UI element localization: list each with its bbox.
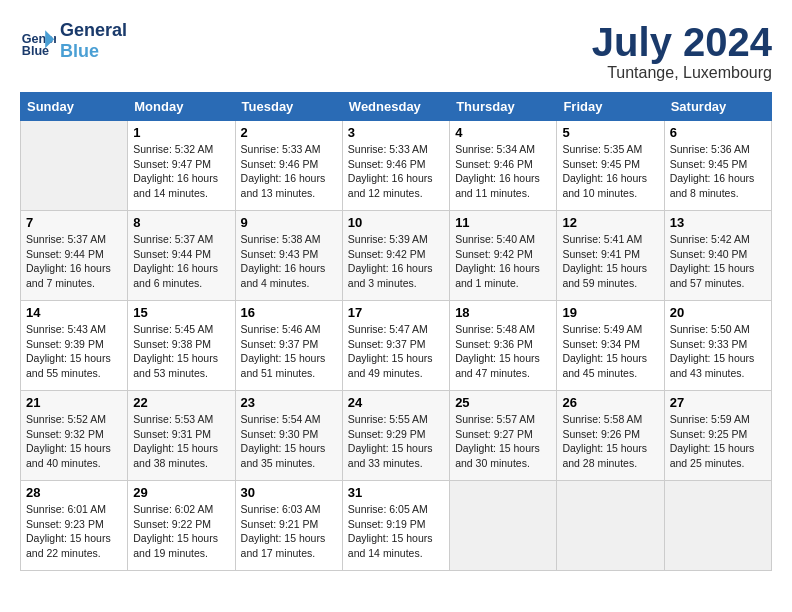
calendar-cell: 9Sunrise: 5:38 AM Sunset: 9:43 PM Daylig… (235, 211, 342, 301)
calendar-cell: 13Sunrise: 5:42 AM Sunset: 9:40 PM Dayli… (664, 211, 771, 301)
day-number: 30 (241, 485, 337, 500)
calendar-cell: 30Sunrise: 6:03 AM Sunset: 9:21 PM Dayli… (235, 481, 342, 571)
column-header-wednesday: Wednesday (342, 93, 449, 121)
calendar-cell: 14Sunrise: 5:43 AM Sunset: 9:39 PM Dayli… (21, 301, 128, 391)
day-number: 3 (348, 125, 444, 140)
day-info: Sunrise: 6:01 AM Sunset: 9:23 PM Dayligh… (26, 502, 122, 561)
month-title: July 2024 (592, 20, 772, 64)
day-info: Sunrise: 6:03 AM Sunset: 9:21 PM Dayligh… (241, 502, 337, 561)
calendar-table: SundayMondayTuesdayWednesdayThursdayFrid… (20, 92, 772, 571)
calendar-cell: 26Sunrise: 5:58 AM Sunset: 9:26 PM Dayli… (557, 391, 664, 481)
day-number: 2 (241, 125, 337, 140)
calendar-cell: 23Sunrise: 5:54 AM Sunset: 9:30 PM Dayli… (235, 391, 342, 481)
column-header-monday: Monday (128, 93, 235, 121)
day-number: 29 (133, 485, 229, 500)
day-info: Sunrise: 5:32 AM Sunset: 9:47 PM Dayligh… (133, 142, 229, 201)
day-number: 10 (348, 215, 444, 230)
calendar-cell: 31Sunrise: 6:05 AM Sunset: 9:19 PM Dayli… (342, 481, 449, 571)
calendar-cell: 8Sunrise: 5:37 AM Sunset: 9:44 PM Daylig… (128, 211, 235, 301)
calendar-cell: 7Sunrise: 5:37 AM Sunset: 9:44 PM Daylig… (21, 211, 128, 301)
day-info: Sunrise: 5:36 AM Sunset: 9:45 PM Dayligh… (670, 142, 766, 201)
day-number: 13 (670, 215, 766, 230)
day-info: Sunrise: 5:37 AM Sunset: 9:44 PM Dayligh… (26, 232, 122, 291)
day-number: 12 (562, 215, 658, 230)
day-number: 21 (26, 395, 122, 410)
calendar-cell: 1Sunrise: 5:32 AM Sunset: 9:47 PM Daylig… (128, 121, 235, 211)
day-number: 1 (133, 125, 229, 140)
day-number: 5 (562, 125, 658, 140)
day-number: 15 (133, 305, 229, 320)
day-number: 27 (670, 395, 766, 410)
logo-icon: General Blue (20, 23, 56, 59)
calendar-cell: 21Sunrise: 5:52 AM Sunset: 9:32 PM Dayli… (21, 391, 128, 481)
day-info: Sunrise: 6:05 AM Sunset: 9:19 PM Dayligh… (348, 502, 444, 561)
day-number: 28 (26, 485, 122, 500)
day-number: 18 (455, 305, 551, 320)
day-info: Sunrise: 5:49 AM Sunset: 9:34 PM Dayligh… (562, 322, 658, 381)
calendar-body: 1Sunrise: 5:32 AM Sunset: 9:47 PM Daylig… (21, 121, 772, 571)
week-row-3: 14Sunrise: 5:43 AM Sunset: 9:39 PM Dayli… (21, 301, 772, 391)
page-header: General Blue General Blue July 2024 Tunt… (20, 20, 772, 82)
svg-text:Blue: Blue (22, 44, 49, 58)
day-number: 22 (133, 395, 229, 410)
day-number: 17 (348, 305, 444, 320)
calendar-cell: 24Sunrise: 5:55 AM Sunset: 9:29 PM Dayli… (342, 391, 449, 481)
week-row-4: 21Sunrise: 5:52 AM Sunset: 9:32 PM Dayli… (21, 391, 772, 481)
calendar-cell: 28Sunrise: 6:01 AM Sunset: 9:23 PM Dayli… (21, 481, 128, 571)
calendar-cell: 2Sunrise: 5:33 AM Sunset: 9:46 PM Daylig… (235, 121, 342, 211)
day-info: Sunrise: 5:38 AM Sunset: 9:43 PM Dayligh… (241, 232, 337, 291)
week-row-1: 1Sunrise: 5:32 AM Sunset: 9:47 PM Daylig… (21, 121, 772, 211)
calendar-cell: 4Sunrise: 5:34 AM Sunset: 9:46 PM Daylig… (450, 121, 557, 211)
day-info: Sunrise: 5:55 AM Sunset: 9:29 PM Dayligh… (348, 412, 444, 471)
day-info: Sunrise: 5:33 AM Sunset: 9:46 PM Dayligh… (348, 142, 444, 201)
column-header-thursday: Thursday (450, 93, 557, 121)
logo: General Blue General Blue (20, 20, 127, 62)
day-info: Sunrise: 5:37 AM Sunset: 9:44 PM Dayligh… (133, 232, 229, 291)
day-number: 24 (348, 395, 444, 410)
logo-text: General Blue (60, 20, 127, 62)
day-number: 14 (26, 305, 122, 320)
day-info: Sunrise: 5:57 AM Sunset: 9:27 PM Dayligh… (455, 412, 551, 471)
day-info: Sunrise: 6:02 AM Sunset: 9:22 PM Dayligh… (133, 502, 229, 561)
location-label: Tuntange, Luxembourg (592, 64, 772, 82)
day-number: 11 (455, 215, 551, 230)
day-number: 7 (26, 215, 122, 230)
calendar-cell: 6Sunrise: 5:36 AM Sunset: 9:45 PM Daylig… (664, 121, 771, 211)
day-info: Sunrise: 5:48 AM Sunset: 9:36 PM Dayligh… (455, 322, 551, 381)
calendar-cell: 15Sunrise: 5:45 AM Sunset: 9:38 PM Dayli… (128, 301, 235, 391)
calendar-cell: 11Sunrise: 5:40 AM Sunset: 9:42 PM Dayli… (450, 211, 557, 301)
calendar-cell (450, 481, 557, 571)
calendar-cell: 18Sunrise: 5:48 AM Sunset: 9:36 PM Dayli… (450, 301, 557, 391)
calendar-cell: 3Sunrise: 5:33 AM Sunset: 9:46 PM Daylig… (342, 121, 449, 211)
calendar-cell (21, 121, 128, 211)
day-number: 19 (562, 305, 658, 320)
day-number: 23 (241, 395, 337, 410)
day-info: Sunrise: 5:42 AM Sunset: 9:40 PM Dayligh… (670, 232, 766, 291)
calendar-cell (664, 481, 771, 571)
day-info: Sunrise: 5:40 AM Sunset: 9:42 PM Dayligh… (455, 232, 551, 291)
column-header-friday: Friday (557, 93, 664, 121)
day-number: 9 (241, 215, 337, 230)
calendar-cell: 20Sunrise: 5:50 AM Sunset: 9:33 PM Dayli… (664, 301, 771, 391)
day-info: Sunrise: 5:54 AM Sunset: 9:30 PM Dayligh… (241, 412, 337, 471)
day-info: Sunrise: 5:45 AM Sunset: 9:38 PM Dayligh… (133, 322, 229, 381)
title-block: July 2024 Tuntange, Luxembourg (592, 20, 772, 82)
column-header-sunday: Sunday (21, 93, 128, 121)
calendar-cell: 12Sunrise: 5:41 AM Sunset: 9:41 PM Dayli… (557, 211, 664, 301)
calendar-cell: 17Sunrise: 5:47 AM Sunset: 9:37 PM Dayli… (342, 301, 449, 391)
day-info: Sunrise: 5:47 AM Sunset: 9:37 PM Dayligh… (348, 322, 444, 381)
day-info: Sunrise: 5:41 AM Sunset: 9:41 PM Dayligh… (562, 232, 658, 291)
calendar-cell: 10Sunrise: 5:39 AM Sunset: 9:42 PM Dayli… (342, 211, 449, 301)
calendar-cell: 5Sunrise: 5:35 AM Sunset: 9:45 PM Daylig… (557, 121, 664, 211)
calendar-cell: 19Sunrise: 5:49 AM Sunset: 9:34 PM Dayli… (557, 301, 664, 391)
calendar-cell: 29Sunrise: 6:02 AM Sunset: 9:22 PM Dayli… (128, 481, 235, 571)
day-number: 16 (241, 305, 337, 320)
day-info: Sunrise: 5:52 AM Sunset: 9:32 PM Dayligh… (26, 412, 122, 471)
day-number: 4 (455, 125, 551, 140)
day-number: 8 (133, 215, 229, 230)
day-info: Sunrise: 5:59 AM Sunset: 9:25 PM Dayligh… (670, 412, 766, 471)
header-row: SundayMondayTuesdayWednesdayThursdayFrid… (21, 93, 772, 121)
week-row-5: 28Sunrise: 6:01 AM Sunset: 9:23 PM Dayli… (21, 481, 772, 571)
day-info: Sunrise: 5:46 AM Sunset: 9:37 PM Dayligh… (241, 322, 337, 381)
calendar-cell: 27Sunrise: 5:59 AM Sunset: 9:25 PM Dayli… (664, 391, 771, 481)
